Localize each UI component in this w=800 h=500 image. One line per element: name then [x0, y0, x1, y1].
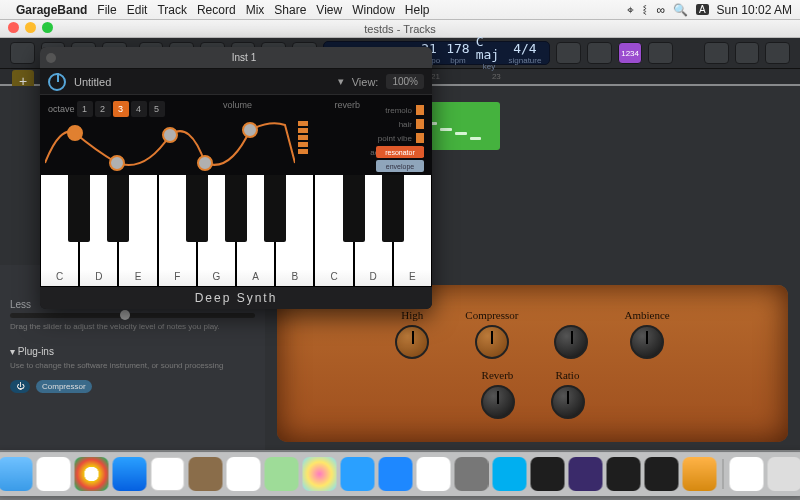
- dock-browser[interactable]: [37, 457, 71, 491]
- dock-app4[interactable]: [645, 457, 679, 491]
- plugin-slot[interactable]: Compressor: [36, 380, 92, 393]
- svg-point-0: [68, 126, 82, 140]
- dock-garageband[interactable]: [683, 457, 717, 491]
- knob-compressor[interactable]: [475, 325, 509, 359]
- menu-edit[interactable]: Edit: [127, 3, 148, 17]
- black-key-9[interactable]: [382, 175, 404, 242]
- close-window[interactable]: [8, 22, 19, 33]
- menu-help[interactable]: Help: [405, 3, 430, 17]
- dock-settings[interactable]: [455, 457, 489, 491]
- mode-envelope[interactable]: envelope: [376, 160, 424, 172]
- knob-x1[interactable]: [554, 325, 588, 359]
- knob-high[interactable]: [395, 325, 429, 359]
- metronome-button[interactable]: [648, 42, 673, 64]
- plugin-host-title: Inst 1: [62, 52, 426, 63]
- media-button[interactable]: [765, 42, 790, 64]
- bluetooth-icon[interactable]: ∞: [656, 3, 665, 17]
- dock-contacts[interactable]: [189, 457, 223, 491]
- dock-chrome[interactable]: [75, 457, 109, 491]
- dock-trash[interactable]: [768, 457, 801, 491]
- preset-name[interactable]: Untitled: [74, 76, 330, 88]
- zoom-window[interactable]: [42, 22, 53, 33]
- plugin-power-button[interactable]: [48, 73, 66, 91]
- plugins-title: ▾ Plug-ins: [10, 346, 255, 357]
- svg-point-3: [198, 156, 212, 170]
- black-key-1[interactable]: [68, 175, 90, 242]
- view-zoom[interactable]: 100%: [386, 74, 424, 89]
- menu-track[interactable]: Track: [157, 3, 187, 17]
- synth-controls: octave 1 2 3 4 5 volume reverb tremolo h…: [40, 95, 432, 175]
- menu-window[interactable]: Window: [352, 3, 395, 17]
- instrument-plugin-window: Inst 1 Untitled ▾ View: 100% octave 1 2 …: [40, 47, 432, 309]
- svg-point-4: [243, 123, 257, 137]
- plugin-power[interactable]: ⏻: [10, 380, 30, 393]
- dock-app3[interactable]: [607, 457, 641, 491]
- velocity-slider[interactable]: [10, 313, 255, 318]
- dock-finder[interactable]: [0, 457, 33, 491]
- dock-affinity2[interactable]: [569, 457, 603, 491]
- window-titlebar: testds - Tracks: [0, 20, 800, 38]
- piano-keyboard[interactable]: CDEFGABCDE: [40, 175, 432, 287]
- library-button[interactable]: [10, 42, 35, 64]
- menu-view[interactable]: View: [316, 3, 342, 17]
- velocity-hint: Drag the slider to adjust the velocity l…: [10, 322, 255, 332]
- menu-record[interactable]: Record: [197, 3, 236, 17]
- tuner-button[interactable]: [587, 42, 612, 64]
- knob-ratio[interactable]: [551, 385, 585, 419]
- plugins-desc: Use to change the software instrument, o…: [10, 361, 255, 370]
- menu-share[interactable]: Share: [274, 3, 306, 17]
- black-key-4[interactable]: [186, 175, 208, 242]
- app-name[interactable]: GarageBand: [16, 3, 87, 17]
- plugin-topbar: Untitled ▾ View: 100%: [40, 69, 432, 95]
- octave-label: octave: [48, 104, 75, 114]
- dock-maps[interactable]: [265, 457, 299, 491]
- black-key-6[interactable]: [264, 175, 286, 242]
- plugin-titlebar[interactable]: Inst 1: [40, 47, 432, 69]
- cycle-button[interactable]: [556, 42, 581, 64]
- view-label: View:: [352, 76, 379, 88]
- traffic-lights: [8, 22, 53, 33]
- black-key-5[interactable]: [225, 175, 247, 242]
- plugin-close-icon[interactable]: [46, 53, 56, 63]
- menu-mix[interactable]: Mix: [246, 3, 265, 17]
- dock-affinity1[interactable]: [531, 457, 565, 491]
- a-icon[interactable]: A: [696, 4, 709, 15]
- notepad-button[interactable]: [704, 42, 729, 64]
- knob-ambience[interactable]: [630, 325, 664, 359]
- param-hair[interactable]: [416, 119, 424, 129]
- svg-point-2: [163, 128, 177, 142]
- volume-label: volume: [223, 100, 252, 110]
- black-key-8[interactable]: [343, 175, 365, 242]
- dock-calendar[interactable]: [151, 457, 185, 491]
- dock-photos[interactable]: [303, 457, 337, 491]
- wifi-icon[interactable]: ⧙: [642, 3, 648, 17]
- search-icon[interactable]: 🔍: [673, 3, 688, 17]
- preset-caret-icon[interactable]: ▾: [338, 75, 344, 88]
- param-tremolo[interactable]: [416, 105, 424, 115]
- envelope-curve[interactable]: [45, 115, 295, 173]
- param-pointvibe[interactable]: [416, 133, 424, 143]
- vel-less: Less: [10, 299, 31, 310]
- clock[interactable]: Sun 10:02 AM: [717, 3, 792, 17]
- svg-point-1: [110, 156, 124, 170]
- dock: [0, 452, 800, 496]
- dock-safari[interactable]: [113, 457, 147, 491]
- dock-notes[interactable]: [417, 457, 451, 491]
- dock-doc[interactable]: [730, 457, 764, 491]
- minimize-window[interactable]: [25, 22, 36, 33]
- dock-appstore[interactable]: [379, 457, 413, 491]
- dock-skype[interactable]: [493, 457, 527, 491]
- plugin-footer: Deep Synth: [40, 287, 432, 309]
- window-title: testds - Tracks: [364, 23, 436, 35]
- dock-mail[interactable]: [341, 457, 375, 491]
- menu-file[interactable]: File: [97, 3, 116, 17]
- mode-resonator[interactable]: resonator: [376, 146, 424, 158]
- knob-reverb[interactable]: [481, 385, 515, 419]
- dock-reminders[interactable]: [227, 457, 261, 491]
- black-key-2[interactable]: [107, 175, 129, 242]
- location-icon[interactable]: ⌖: [627, 3, 634, 17]
- loops-button[interactable]: [735, 42, 760, 64]
- mode-buttons: resonator envelope: [376, 146, 424, 172]
- volume-bar[interactable]: [298, 121, 308, 154]
- count-in-button[interactable]: 1234: [618, 42, 643, 64]
